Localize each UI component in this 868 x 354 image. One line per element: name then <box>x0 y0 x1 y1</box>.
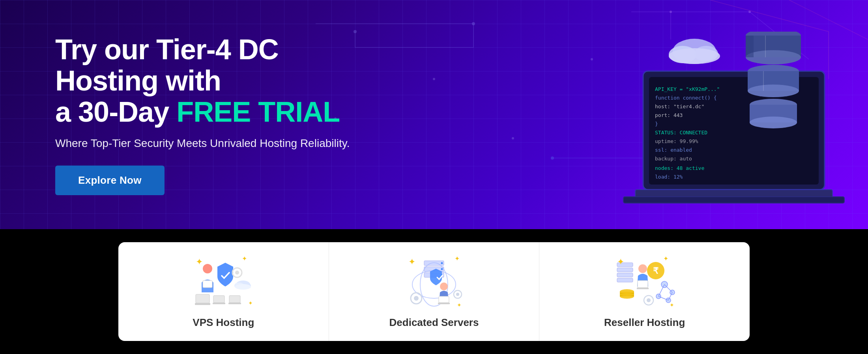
svg-text:nodes: 48 active: nodes: 48 active <box>655 165 704 171</box>
svg-rect-84 <box>617 268 633 272</box>
svg-point-51 <box>750 117 797 128</box>
star-decoration: ✦ <box>457 302 462 308</box>
svg-point-48 <box>748 85 799 97</box>
svg-point-72 <box>441 268 443 270</box>
svg-line-96 <box>664 284 672 292</box>
svg-text:₹: ₹ <box>653 266 659 276</box>
svg-rect-88 <box>638 281 648 288</box>
cards-wrapper: ✦ ✦ ✦ <box>118 242 750 341</box>
svg-text:backup: auto: backup: auto <box>655 156 692 162</box>
svg-point-104 <box>620 289 634 294</box>
svg-point-76 <box>440 282 448 290</box>
svg-point-82 <box>456 293 459 296</box>
svg-point-4 <box>472 22 475 25</box>
dedicated-servers-icon: ✦ ✦ ✦ <box>402 255 466 310</box>
svg-rect-78 <box>438 303 450 304</box>
svg-point-16 <box>551 156 554 160</box>
svg-rect-63 <box>228 303 241 304</box>
hero-title-prefix: a 30-Day <box>55 96 176 128</box>
svg-point-10 <box>748 11 751 13</box>
vps-hosting-card[interactable]: ✦ ✦ ✦ <box>118 242 329 341</box>
laptop-illustration-svg: API_KEY = "xK92mP..." function connect()… <box>600 32 868 229</box>
star-decoration: ✦ <box>196 257 203 267</box>
svg-point-19 <box>512 137 514 139</box>
hero-title-line2: a 30-Day FREE TRIAL <box>55 96 355 128</box>
hero-title-line1: Try our Tier-4 DC Hosting with <box>55 34 355 96</box>
svg-text:STATUS: CONNECTED: STATUS: CONNECTED <box>655 130 707 136</box>
svg-rect-45 <box>746 36 754 57</box>
svg-rect-57 <box>203 281 212 288</box>
star-decoration: ✦ <box>663 255 668 262</box>
hero-section: Try our Tier-4 DC Hosting with a 30-Day … <box>0 0 868 229</box>
star-decoration: ✦ <box>455 255 460 262</box>
svg-rect-86 <box>617 278 633 282</box>
svg-text:host: "tier4.dc": host: "tier4.dc" <box>655 104 704 109</box>
reseller-hosting-icon: ✦ ✦ ✦ ₹ <box>613 255 676 310</box>
explore-now-button[interactable]: Explore Now <box>55 166 165 195</box>
hero-illustration: API_KEY = "xK92mP..." function connect()… <box>600 32 868 229</box>
dedicated-servers-label: Dedicated Servers <box>389 316 479 329</box>
svg-rect-37 <box>623 197 844 203</box>
star-decoration: ✦ <box>617 257 624 267</box>
svg-text:API_KEY = "xK92mP...": API_KEY = "xK92mP..." <box>655 86 720 92</box>
svg-text:function connect() {: function connect() { <box>655 95 717 101</box>
svg-text:load: 12%: load: 12% <box>655 174 683 180</box>
star-decoration: ✦ <box>242 255 247 262</box>
svg-point-18 <box>433 78 435 80</box>
svg-text:}: } <box>655 121 658 127</box>
svg-rect-85 <box>617 273 633 277</box>
svg-point-20 <box>591 58 593 60</box>
svg-point-9 <box>670 11 672 13</box>
svg-point-55 <box>235 271 239 275</box>
svg-line-11 <box>710 0 829 32</box>
svg-point-80 <box>414 296 419 301</box>
svg-point-67 <box>235 284 251 290</box>
svg-rect-61 <box>213 303 225 304</box>
star-decoration: ✦ <box>408 257 415 267</box>
svg-point-106 <box>647 298 651 302</box>
hero-subtitle: Where Top-Tier Security Meets Unrivaled … <box>55 137 355 150</box>
svg-rect-60 <box>213 296 224 303</box>
svg-point-5 <box>354 30 357 33</box>
svg-rect-58 <box>196 294 210 303</box>
svg-point-44 <box>746 50 801 64</box>
svg-point-87 <box>638 264 647 273</box>
svg-rect-89 <box>637 288 649 289</box>
svg-point-41 <box>669 48 720 64</box>
reseller-hosting-label: Reseller Hosting <box>604 316 685 329</box>
hero-content: Try our Tier-4 DC Hosting with a 30-Day … <box>0 34 355 196</box>
vps-hosting-icon: ✦ ✦ ✦ <box>192 255 255 310</box>
svg-rect-59 <box>195 303 210 305</box>
svg-rect-77 <box>439 296 449 303</box>
svg-point-56 <box>203 264 212 273</box>
cards-section: ✦ ✦ ✦ <box>0 229 868 354</box>
star-decoration: ✦ <box>670 302 674 308</box>
vps-hosting-label: VPS Hosting <box>193 316 254 329</box>
dedicated-servers-card[interactable]: ✦ ✦ ✦ <box>329 242 540 341</box>
svg-rect-62 <box>229 296 240 303</box>
svg-text:port: 443: port: 443 <box>655 112 683 118</box>
svg-text:uptime: 99.99%: uptime: 99.99% <box>655 138 698 144</box>
svg-point-71 <box>441 262 443 264</box>
hero-title-accent: FREE TRIAL <box>176 96 340 128</box>
reseller-hosting-card[interactable]: ✦ ✦ ✦ ₹ <box>539 242 750 341</box>
svg-text:ssl: enabled: ssl: enabled <box>655 147 692 153</box>
star-decoration: ✦ <box>248 300 253 306</box>
